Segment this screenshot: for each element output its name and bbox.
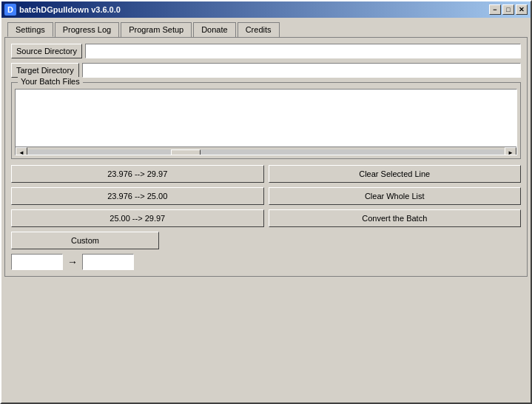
- fps-2500-to-2997-button[interactable]: 25.00 --> 29.97: [11, 209, 264, 227]
- window-controls: − □ ✕: [489, 4, 528, 15]
- custom-button[interactable]: Custom: [11, 232, 159, 249]
- settings-panel: Source Directory Target Directory Your B…: [4, 37, 528, 277]
- main-window: D batchDGpulldown v3.6.0.0 − □ ✕ Setting…: [0, 0, 532, 404]
- clear-selected-line-button[interactable]: Clear Selected Line: [269, 165, 522, 183]
- scroll-thumb[interactable]: [171, 149, 201, 156]
- close-button[interactable]: ✕: [516, 4, 528, 15]
- tab-settings[interactable]: Settings: [7, 22, 53, 37]
- tab-bar: Settings Progress Log Program Setup Dona…: [4, 21, 528, 37]
- scroll-left-button[interactable]: ◄: [16, 147, 27, 156]
- tab-program-setup[interactable]: Program Setup: [121, 22, 192, 37]
- custom-from-to-row: →: [11, 254, 521, 270]
- source-directory-button[interactable]: Source Directory: [11, 44, 82, 58]
- source-directory-input[interactable]: [85, 44, 521, 58]
- title-bar: D batchDGpulldown v3.6.0.0 − □ ✕: [1, 1, 531, 18]
- tab-donate[interactable]: Donate: [193, 22, 235, 37]
- target-directory-button[interactable]: Target Directory: [11, 63, 79, 78]
- custom-row: Custom: [11, 232, 521, 249]
- batch-files-group: Your Batch Files ◄ ►: [11, 82, 521, 159]
- minimize-button[interactable]: −: [489, 4, 501, 15]
- fps-23976-to-2500-button[interactable]: 23.976 --> 25.00: [11, 187, 264, 205]
- fps-23976-to-2997-button[interactable]: 23.976 --> 29.97: [11, 165, 264, 183]
- batch-textarea-container: ◄ ►: [15, 89, 517, 155]
- target-directory-row: Target Directory: [11, 63, 521, 78]
- clear-whole-list-button[interactable]: Clear Whole List: [269, 187, 522, 205]
- batch-textarea[interactable]: [16, 90, 516, 145]
- action-buttons-area: 23.976 --> 29.97 Clear Selected Line 23.…: [11, 165, 521, 227]
- scroll-right-button[interactable]: ►: [505, 147, 516, 156]
- arrow-icon: →: [67, 256, 78, 268]
- custom-from-input[interactable]: [11, 254, 63, 270]
- target-directory-input[interactable]: [82, 63, 521, 78]
- source-directory-row: Source Directory: [11, 44, 521, 58]
- tab-credits[interactable]: Credits: [238, 22, 280, 37]
- custom-to-input[interactable]: [82, 254, 134, 270]
- horizontal-scrollbar[interactable]: ◄ ►: [16, 147, 516, 155]
- app-icon: D: [4, 4, 16, 16]
- window-title: batchDGpulldown v3.6.0.0: [19, 5, 489, 14]
- maximize-button[interactable]: □: [502, 4, 514, 15]
- batch-files-legend: Your Batch Files: [18, 77, 83, 86]
- tab-progress-log[interactable]: Progress Log: [55, 22, 119, 37]
- scroll-track[interactable]: [28, 149, 504, 156]
- convert-batch-button[interactable]: Convert the Batch: [269, 209, 522, 227]
